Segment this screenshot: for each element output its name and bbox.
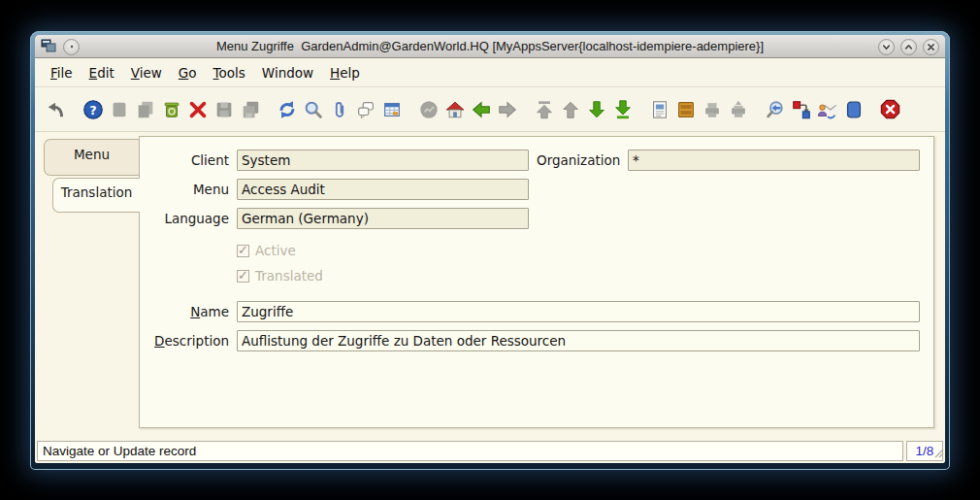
translated-checkbox xyxy=(237,270,249,283)
application-window: Menu Zugriffe GardenAdmin@GardenWorld.HQ… xyxy=(30,31,950,470)
tab-menu[interactable]: Menu xyxy=(44,139,139,176)
client-field[interactable] xyxy=(237,150,529,171)
end-window-icon[interactable] xyxy=(877,96,903,122)
window-content: Menu Translation Client Organization Men… xyxy=(35,132,945,440)
status-message: Navigate or Update record xyxy=(37,441,903,461)
maximize-button[interactable] xyxy=(900,39,917,55)
translated-label: Translated xyxy=(255,268,323,283)
attachment-icon[interactable] xyxy=(326,96,352,122)
active-checkbox xyxy=(237,245,249,257)
title-bar[interactable]: Menu Zugriffe GardenAdmin@GardenWorld.HQ… xyxy=(35,35,945,58)
request-icon[interactable] xyxy=(814,96,840,122)
next-record-icon[interactable] xyxy=(583,96,609,122)
find-icon[interactable] xyxy=(300,96,326,122)
menu-view[interactable]: View xyxy=(131,65,162,81)
print-icon xyxy=(699,96,725,122)
active-row: Active xyxy=(237,243,933,258)
organization-field[interactable] xyxy=(628,150,920,171)
menu-file[interactable]: File xyxy=(50,65,73,81)
back-icon[interactable] xyxy=(468,96,494,122)
menu-window[interactable]: Window xyxy=(262,65,313,81)
menu-home-icon[interactable] xyxy=(441,96,468,122)
new-record-icon xyxy=(106,96,132,122)
menu-tools[interactable]: Tools xyxy=(213,65,245,81)
zoom-across-icon[interactable] xyxy=(762,96,788,122)
save-and-create-icon xyxy=(237,96,263,122)
window-menu-icon[interactable] xyxy=(41,38,56,56)
chat-icon[interactable] xyxy=(352,96,378,122)
organization-label: Organization xyxy=(537,152,620,168)
window-title: Menu Zugriffe GardenAdmin@GardenWorld.HQ… xyxy=(216,39,764,53)
grid-toggle-icon[interactable] xyxy=(378,96,405,122)
close-button[interactable] xyxy=(923,39,939,55)
report-icon[interactable] xyxy=(646,96,672,122)
pin-button[interactable] xyxy=(63,39,80,55)
forward-icon xyxy=(494,96,520,122)
svg-text:?: ? xyxy=(89,102,96,117)
previous-record-icon xyxy=(557,96,583,122)
language-label: Language xyxy=(140,211,229,226)
name-label: Name xyxy=(140,304,229,319)
tab-translation[interactable]: Translation xyxy=(52,178,140,213)
menu-label: Menu xyxy=(140,182,229,197)
menu-field[interactable] xyxy=(237,179,529,200)
ignore-icon[interactable] xyxy=(43,96,69,122)
menu-help[interactable]: Help xyxy=(330,65,360,81)
copy-record-icon xyxy=(132,96,158,122)
menu-go[interactable]: Go xyxy=(179,65,197,81)
last-record-icon[interactable] xyxy=(609,96,636,122)
requery-icon[interactable] xyxy=(274,96,300,122)
resize-grip[interactable] xyxy=(934,444,944,462)
delete-selection-icon[interactable] xyxy=(184,96,211,122)
status-bar: Navigate or Update record 1/8 xyxy=(35,440,945,463)
description-label: Description xyxy=(140,333,229,349)
minimize-button[interactable] xyxy=(878,39,895,55)
print-preview-icon xyxy=(725,96,751,122)
active-label: Active xyxy=(255,243,296,258)
chart-icon xyxy=(415,96,441,122)
tool-bar: ? xyxy=(35,87,945,132)
client-label: Client xyxy=(140,152,229,168)
help-icon[interactable]: ? xyxy=(80,96,106,122)
language-field[interactable] xyxy=(237,208,529,229)
translation-form-panel: Client Organization Menu Language Acti xyxy=(139,136,934,428)
first-record-icon xyxy=(531,96,557,122)
delete-record-icon[interactable] xyxy=(158,96,184,122)
save-icon xyxy=(211,96,237,122)
menu-bar: File Edit View Go Tools Window Help xyxy=(35,58,945,87)
window-size-icon[interactable] xyxy=(840,96,866,122)
workflow-icon[interactable] xyxy=(788,96,814,122)
translated-row: Translated xyxy=(237,268,933,283)
name-field[interactable] xyxy=(237,301,920,322)
archive-icon[interactable] xyxy=(672,96,699,122)
description-field[interactable] xyxy=(237,330,920,351)
menu-edit[interactable]: Edit xyxy=(89,65,114,81)
